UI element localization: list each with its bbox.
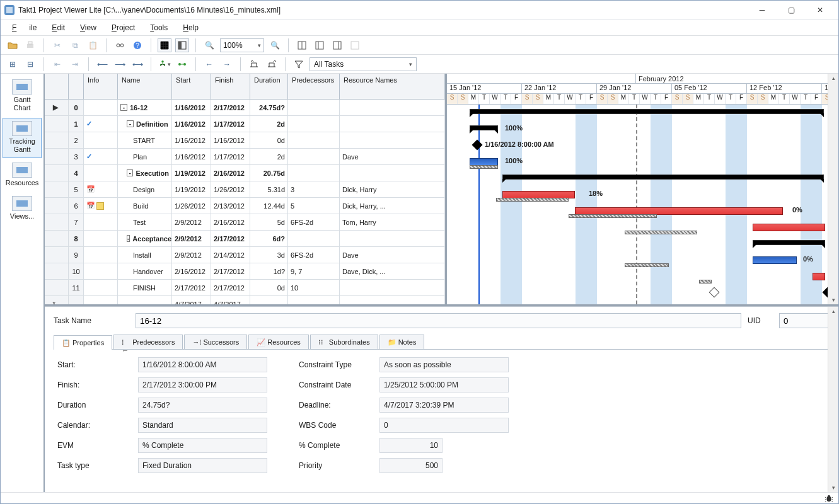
week-header[interactable]: 05 Feb '12 bbox=[672, 84, 747, 94]
prio-value[interactable]: 500 bbox=[379, 458, 443, 473]
duration-value[interactable]: 24.75d? bbox=[138, 398, 267, 413]
menu-edit[interactable]: Edit bbox=[45, 22, 71, 33]
week-header[interactable]: 12 Feb '12 bbox=[747, 84, 822, 94]
cut-icon[interactable]: ✂ bbox=[50, 38, 64, 52]
gantt-row[interactable]: 10% bbox=[447, 105, 838, 121]
tab-resources[interactable]: 📈Resources bbox=[248, 335, 309, 349]
start-value[interactable]: 1/16/2012 8:00:00 AM bbox=[138, 357, 267, 372]
view-gantt-chart[interactable]: Gantt Chart bbox=[3, 76, 42, 117]
zoom-out-icon[interactable]: 🔍 bbox=[202, 38, 216, 52]
resources-header[interactable]: Resource Names bbox=[340, 74, 445, 99]
link-2-icon[interactable]: ⟶ bbox=[113, 57, 127, 71]
wbs-value[interactable]: 0 bbox=[379, 418, 509, 433]
gantt-row[interactable]: 0% bbox=[447, 203, 838, 219]
view-resources[interactable]: Resources bbox=[3, 159, 42, 192]
tab-predecessors[interactable]: ⁞←Predecessors bbox=[113, 335, 183, 349]
table-row[interactable]: 3✓Plan1/16/20121/17/20122dDave bbox=[45, 149, 445, 165]
tab-notes[interactable]: 📁Notes bbox=[379, 335, 425, 349]
paste-icon[interactable]: 📋 bbox=[86, 38, 100, 52]
goto-end-icon[interactable] bbox=[265, 57, 279, 71]
tree-icon[interactable]: ▾ bbox=[158, 57, 171, 71]
table-row[interactable]: 2START1/16/20121/16/20120d bbox=[45, 132, 445, 149]
table-row[interactable]: 1✓-Definition1/16/20121/17/20122d bbox=[45, 116, 445, 132]
start-header[interactable]: Start bbox=[172, 74, 211, 99]
menu-help[interactable]: Help bbox=[176, 22, 205, 33]
nav-right-icon[interactable]: → bbox=[220, 57, 234, 71]
link-3-icon[interactable]: ⟷ bbox=[130, 57, 144, 71]
row-header-col[interactable] bbox=[45, 74, 69, 99]
task-name-input[interactable] bbox=[136, 313, 741, 328]
table-row[interactable]: 9Install2/9/20122/14/20123d6FS-2dDave bbox=[45, 247, 445, 263]
gantt-body[interactable]: 10%100%1/16/2012 8:00:00 AM100%4%18%0%0%… bbox=[447, 105, 838, 304]
duration-header[interactable]: Duration bbox=[250, 74, 288, 99]
gantt-row[interactable]: 0% bbox=[447, 268, 838, 285]
gantt-row[interactable]: 0% bbox=[447, 219, 838, 236]
gantt-row[interactable]: 100% bbox=[447, 154, 838, 170]
layout-icon[interactable] bbox=[175, 38, 189, 52]
uid-input[interactable] bbox=[779, 313, 830, 328]
cdate-value[interactable]: 1/25/2012 5:00:00 PM bbox=[379, 377, 509, 392]
link-1-icon[interactable]: ⟵ bbox=[95, 57, 109, 71]
view-tracking-gantt[interactable]: Tracking Gantt bbox=[3, 118, 42, 158]
filter-dropdown[interactable]: All Tasks▾ bbox=[310, 57, 417, 71]
finish-value[interactable]: 2/17/2012 3:00:00 PM bbox=[138, 377, 267, 392]
gantt-row[interactable]: 2/17/2012 3: bbox=[447, 285, 838, 301]
details-vscrollbar[interactable]: ▴▾ bbox=[828, 307, 838, 492]
node-icon[interactable] bbox=[175, 57, 189, 71]
table-row[interactable]: 8-Acceptance2/9/20122/17/20126d? bbox=[45, 231, 445, 247]
zoom-level-input[interactable]: 100%▾ bbox=[220, 38, 264, 52]
minimize-button[interactable]: ─ bbox=[748, 1, 777, 19]
table-row[interactable]: 7Test2/9/20122/16/20125d6FS-2dTom, Harry bbox=[45, 214, 445, 231]
gantt-row[interactable]: 0% bbox=[447, 252, 838, 268]
table-row[interactable]: 4-Execution1/19/20122/16/201220.75d bbox=[45, 165, 445, 181]
id-header[interactable] bbox=[69, 74, 84, 99]
goto-start-icon[interactable] bbox=[247, 57, 261, 71]
table-row[interactable]: ▶0-16-121/16/20122/17/201224.75d? bbox=[45, 100, 445, 116]
split-4-icon[interactable] bbox=[348, 38, 362, 52]
week-header[interactable]: 29 Jan '12 bbox=[597, 84, 672, 94]
predecessors-header[interactable]: Predecessors bbox=[288, 74, 340, 99]
info-header[interactable]: Info bbox=[84, 74, 118, 99]
table-row[interactable]: 5📅Design1/19/20121/26/20125.31d3Dick, Ha… bbox=[45, 181, 445, 198]
open-icon[interactable] bbox=[6, 38, 20, 52]
menu-tools[interactable]: Tools bbox=[144, 22, 174, 33]
expand-all-icon[interactable]: ⊞ bbox=[6, 57, 20, 71]
indent-icon[interactable]: ⇥ bbox=[68, 57, 82, 71]
nav-left-icon[interactable]: ← bbox=[202, 57, 216, 71]
pct-value[interactable]: 10 bbox=[379, 438, 443, 453]
split-2-icon[interactable] bbox=[313, 38, 327, 52]
evm-value[interactable]: % Complete bbox=[138, 438, 267, 453]
menu-view[interactable]: View bbox=[74, 22, 103, 33]
copy-icon[interactable]: ⧉ bbox=[68, 38, 82, 52]
tab-subordinates[interactable]: ⁝⁝Subordinates bbox=[310, 335, 378, 349]
gantt-row[interactable]: 0% bbox=[447, 236, 838, 252]
filter-icon[interactable] bbox=[292, 57, 306, 71]
grid-icon[interactable] bbox=[158, 38, 171, 52]
table-row[interactable]: *4/7/20174/7/2017 bbox=[45, 296, 445, 304]
table-row[interactable]: 6📅Build1/26/20122/13/201212.44d5Dick, Ha… bbox=[45, 198, 445, 214]
collapse-all-icon[interactable]: ⊟ bbox=[23, 57, 37, 71]
finish-header[interactable]: Finish bbox=[211, 74, 250, 99]
split-3-icon[interactable] bbox=[330, 38, 344, 52]
calendar-value[interactable]: Standard bbox=[138, 418, 267, 433]
close-button[interactable]: ✕ bbox=[806, 1, 835, 19]
help-icon[interactable]: ? bbox=[130, 38, 144, 52]
view-more-views[interactable]: Views... bbox=[3, 193, 42, 225]
zoom-in-icon[interactable]: 🔍 bbox=[268, 38, 282, 52]
tab-successors[interactable]: →⁞Successors bbox=[184, 335, 247, 349]
week-header[interactable]: 15 Jan '12 bbox=[447, 84, 522, 94]
tasktype-value[interactable]: Fixed Duration bbox=[138, 458, 267, 473]
table-row[interactable]: 11FINISH2/17/20122/17/20120d10 bbox=[45, 280, 445, 296]
tab-properties[interactable]: 📋Properties bbox=[54, 335, 112, 350]
split-1-icon[interactable] bbox=[295, 38, 309, 52]
gantt-row[interactable]: 18% bbox=[447, 186, 838, 203]
ctype-value[interactable]: As soon as possible bbox=[379, 357, 509, 372]
menu-project[interactable]: Project bbox=[105, 22, 141, 33]
deadline-value[interactable]: 4/7/2017 3:20:39 PM bbox=[379, 398, 509, 413]
print-icon[interactable] bbox=[23, 38, 37, 52]
gantt-row[interactable]: 1/16/2012 8:00:00 AM bbox=[447, 137, 838, 154]
name-header[interactable]: Name bbox=[118, 74, 172, 99]
gantt-row[interactable]: 4% bbox=[447, 170, 838, 186]
find-icon[interactable] bbox=[113, 38, 127, 52]
table-row[interactable]: 10Handover2/16/20122/17/20121d?9, 7Dave,… bbox=[45, 263, 445, 280]
